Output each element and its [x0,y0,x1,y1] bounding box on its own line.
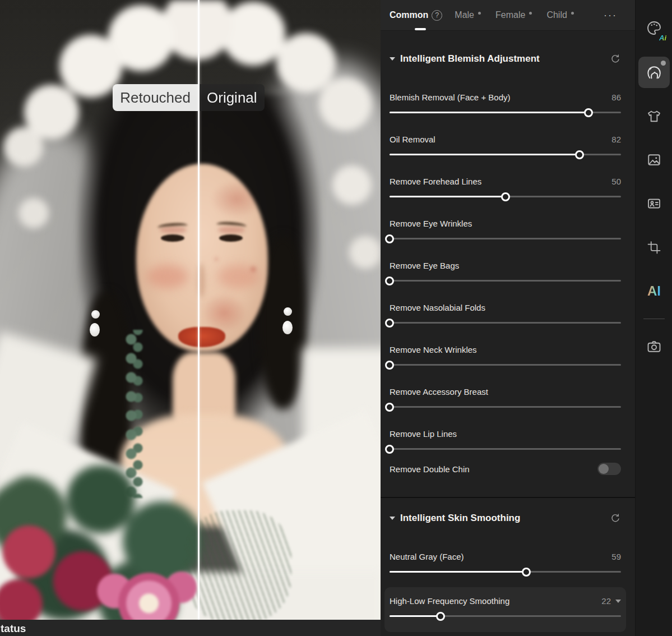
clothing-icon[interactable] [638,101,670,132]
section-title: Intelligent Blemish Adjustment [400,53,540,64]
slider-handle[interactable] [385,361,394,370]
photo-orchid [96,568,197,620]
modified-dot-icon [478,12,481,15]
status-bar-text: tatus [1,623,26,634]
slider-value: 86 [611,93,621,102]
preset-tabbar: Common ? Male Female Child ··· [381,0,635,31]
slider-handle[interactable] [385,445,394,454]
palette-icon: Ai [646,20,662,39]
tab-child[interactable]: Child [546,10,573,20]
slider-value: 50 [611,177,621,186]
slider-track[interactable] [390,322,621,324]
slider-label: Remove Forehead Lines [390,177,481,186]
double-chin-toggle[interactable] [597,463,621,475]
slider-track[interactable] [390,238,621,239]
slider-label: Remove Eye Bags [390,261,459,270]
camera-icon[interactable] [638,331,670,362]
slider-row: Remove Lip Lines [390,420,621,462]
image-icon[interactable] [638,144,670,176]
slider-label: Remove Neck Wrinkles [390,345,477,354]
slider-row: Neutral Gray (Face) 59 [390,543,621,585]
adjustments-panel: Common ? Male Female Child ··· [381,0,635,636]
slider-track[interactable] [390,615,621,617]
ai-label: AI [647,283,661,299]
tab-female-label: Female [495,10,525,20]
retouched-label: Retouched [113,84,198,111]
slider-track[interactable] [390,406,621,408]
slider-label: Remove Lip Lines [390,429,457,439]
photo-blush-left [147,265,188,288]
tab-female[interactable]: Female [495,10,532,20]
slider-track[interactable] [390,196,621,197]
crop-icon[interactable] [638,232,670,263]
chevron-down-icon[interactable] [615,600,621,603]
modified-dot-icon [571,12,574,15]
more-tabs-button[interactable]: ··· [604,10,627,21]
face-retouch-icon[interactable] [638,57,670,88]
reset-section-button[interactable] [610,53,621,64]
slider-row: Remove Nasolabial Folds [390,294,621,336]
ai-palette-icon[interactable]: Ai [638,13,670,45]
slider-label: Remove Accessory Breast [390,387,488,397]
slider-label: Oil Removal [390,135,435,144]
photo-earring-left [91,310,100,319]
slider-track[interactable] [390,280,621,282]
slider-track[interactable] [390,364,621,366]
slider-handle[interactable] [385,403,394,412]
slider-track[interactable] [390,571,621,573]
slider-row: Remove Neck Wrinkles [390,336,621,378]
slider-handle[interactable] [436,612,445,621]
reset-section-button[interactable] [610,513,621,524]
slider-value: 82 [611,135,621,144]
slider-row: Remove Accessory Breast [390,378,621,420]
slider-fill [390,615,441,617]
modified-dot-icon [529,12,532,15]
slider-fill [390,154,580,155]
id-card-icon[interactable] [638,188,670,219]
slider-label: Neutral Gray (Face) [390,552,464,561]
slider-handle[interactable] [584,108,593,117]
section-divider [381,497,635,498]
help-icon[interactable]: ? [432,10,442,21]
slider-label: High-Low Frequency Smoothing [390,596,509,606]
ai-tools-icon[interactable]: AI [638,275,670,307]
slider-track[interactable] [390,112,621,113]
collapse-chevron-icon[interactable] [390,517,395,520]
slider-fill [390,196,506,197]
slider-row: High-Low Frequency Smoothing 22 [384,587,626,632]
slider-label: Remove Eye Wrinkles [390,219,472,228]
notification-dot [661,61,666,66]
sidebar-divider [643,319,665,319]
tab-child-label: Child [546,10,567,20]
tab-common[interactable]: Common ? [390,10,442,21]
toggle-knob [599,464,609,474]
slider-value: 59 [611,552,621,561]
slider-handle[interactable] [501,192,510,201]
slider-row: Remove Eye Bags [390,252,621,294]
slider-fill [390,112,588,113]
slider-row: Remove Eye Wrinkles [390,210,621,252]
section-skin-smoothing: Intelligent Skin Smoothing Neutral Gray … [390,510,621,632]
tab-male[interactable]: Male [455,10,481,20]
photo-earring-left-drop [90,323,100,337]
slider-value: 22 [601,596,611,606]
section-title: Intelligent Skin Smoothing [400,513,520,524]
toggle-label: Remove Double Chin [390,464,470,474]
tab-male-label: Male [455,10,474,20]
slider-handle[interactable] [385,319,394,328]
slider-track[interactable] [390,154,621,155]
tab-common-label: Common [390,10,428,20]
slider-row: Oil Removal 82 [390,126,621,168]
slider-handle[interactable] [522,568,531,577]
collapse-chevron-icon[interactable] [390,57,395,61]
slider-handle[interactable] [575,150,584,159]
slider-row: Blemish Removal (Face + Body) 86 [390,84,621,126]
slider-label: Blemish Removal (Face + Body) [390,93,511,102]
tool-sidebar: Ai [635,0,672,636]
slider-handle[interactable] [385,234,394,243]
preview-canvas: Retouched Original [0,0,381,620]
slider-track[interactable] [390,448,621,450]
slider-handle[interactable] [385,276,394,285]
slider-fill [390,571,526,573]
original-label: Original [200,84,265,111]
